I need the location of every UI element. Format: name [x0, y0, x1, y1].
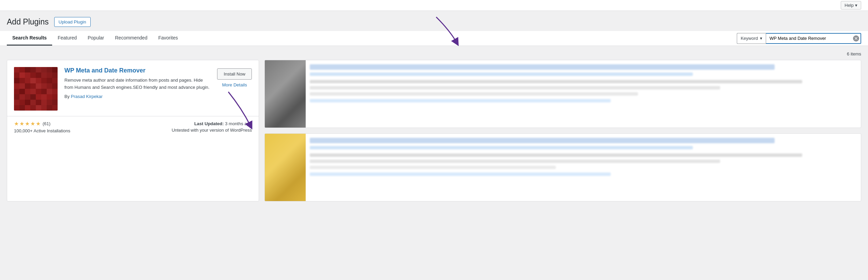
svg-rect-8	[52, 67, 58, 72]
help-label: Help	[844, 3, 854, 8]
keyword-select[interactable]: Keyword ▾	[737, 33, 766, 44]
plugin-meta-left: ★ ★ ★ ★ ★ (61) 100,000+ Active Installat…	[14, 120, 70, 133]
plugin-author-link[interactable]: Prasad Kirpekar	[71, 94, 103, 99]
svg-rect-14	[41, 72, 47, 78]
svg-rect-15	[47, 72, 52, 78]
plugin-actions: Install Now More Details	[217, 67, 252, 87]
plugin-card-top: WP Meta and Date Remover Remove meta aut…	[7, 60, 259, 116]
tab-recommended[interactable]: Recommended	[109, 31, 153, 46]
svg-rect-50	[19, 100, 25, 105]
items-count: 6 items	[7, 51, 861, 56]
side-card-1-thumb-image	[265, 60, 306, 128]
svg-rect-6	[41, 67, 47, 72]
svg-rect-54	[41, 100, 47, 105]
tabs-bar: Search Results Featured Popular Recommen…	[0, 31, 868, 46]
svg-rect-2	[19, 67, 25, 72]
svg-rect-37	[36, 89, 41, 94]
side-card-2-link-blur	[310, 172, 611, 176]
svg-rect-47	[47, 94, 52, 100]
svg-rect-57	[14, 105, 19, 111]
last-updated-value: 3 months ago	[225, 121, 252, 126]
main-content: 6 items	[0, 46, 868, 207]
page-header: Add Plugins Upload Plugin	[0, 11, 868, 27]
svg-rect-17	[14, 78, 19, 83]
svg-rect-34	[19, 89, 25, 94]
upload-plugin-button[interactable]: Upload Plugin	[54, 17, 91, 27]
tabs-nav: Search Results Featured Popular Recommen…	[7, 31, 183, 46]
svg-rect-4	[30, 67, 36, 72]
svg-rect-41	[14, 94, 19, 100]
side-card-1-thumb	[265, 60, 306, 128]
side-card-1-subtitle-blur	[310, 72, 693, 76]
side-card-2-desc-1-blur	[310, 153, 802, 157]
svg-rect-52	[30, 100, 36, 105]
side-card-1-title-blur	[310, 64, 775, 70]
svg-rect-13	[36, 72, 41, 78]
featured-plugin-card: WP Meta and Date Remover Remove meta aut…	[7, 60, 259, 201]
svg-rect-64	[52, 105, 58, 111]
plugin-meta-right: Last Updated: 3 months ago Untested with…	[172, 121, 252, 133]
svg-rect-1	[14, 67, 19, 72]
tab-search-results[interactable]: Search Results	[7, 31, 52, 46]
help-chevron-icon: ▾	[855, 3, 857, 8]
svg-rect-43	[25, 94, 30, 100]
star-4: ★	[30, 120, 35, 127]
svg-rect-29	[36, 83, 41, 89]
active-installs: 100,000+ Active Installations	[14, 128, 70, 133]
svg-rect-44	[30, 94, 36, 100]
side-card-2-desc-3-blur	[310, 166, 556, 169]
install-now-button[interactable]: Install Now	[217, 68, 252, 80]
tab-featured[interactable]: Featured	[52, 31, 82, 46]
svg-rect-63	[47, 105, 52, 111]
svg-rect-42	[19, 94, 25, 100]
plugin-name[interactable]: WP Meta and Date Remover	[64, 67, 210, 74]
more-details-link[interactable]: More Details	[222, 82, 247, 87]
keyword-chevron-icon: ▾	[760, 36, 762, 41]
star-3: ★	[25, 120, 30, 127]
svg-rect-40	[52, 89, 58, 94]
plugin-author: By Prasad Kirpekar	[64, 94, 210, 99]
svg-rect-61	[36, 105, 41, 111]
stars: ★ ★ ★ ★ ★	[14, 120, 41, 127]
tab-popular[interactable]: Popular	[82, 31, 109, 46]
svg-rect-36	[30, 89, 36, 94]
svg-rect-56	[52, 100, 58, 105]
svg-rect-48	[52, 94, 58, 100]
compat-note: Untested with your version of WordPress	[172, 128, 252, 133]
svg-rect-38	[41, 89, 47, 94]
svg-rect-27	[25, 83, 30, 89]
svg-rect-22	[41, 78, 47, 83]
side-card-1	[264, 60, 861, 128]
svg-rect-11	[25, 72, 30, 78]
svg-rect-23	[47, 78, 52, 83]
svg-rect-55	[47, 100, 52, 105]
svg-rect-51	[25, 100, 30, 105]
svg-rect-12	[30, 72, 36, 78]
side-card-2-title-blur	[310, 138, 775, 143]
rating-count: (61)	[43, 121, 50, 126]
svg-rect-3	[25, 67, 30, 72]
keyword-label: Keyword	[741, 36, 758, 41]
svg-rect-16	[52, 72, 58, 78]
plugin-info: WP Meta and Date Remover Remove meta aut…	[64, 67, 210, 99]
tab-favorites[interactable]: Favorites	[153, 31, 183, 46]
svg-rect-21	[36, 78, 41, 83]
plugin-search-input[interactable]	[766, 33, 861, 44]
svg-rect-60	[30, 105, 36, 111]
svg-rect-25	[14, 83, 19, 89]
plugin-grid: WP Meta and Date Remover Remove meta aut…	[7, 60, 861, 201]
side-card-2-thumb	[265, 134, 306, 201]
svg-rect-53	[36, 100, 41, 105]
side-card-1-desc-2-blur	[310, 86, 720, 89]
side-card-1-link-blur	[310, 99, 611, 102]
star-1: ★	[14, 120, 19, 127]
svg-rect-10	[19, 72, 25, 78]
svg-rect-39	[47, 89, 52, 94]
svg-rect-20	[30, 78, 36, 83]
help-button[interactable]: Help ▾	[841, 1, 861, 10]
clear-search-button[interactable]: ✕	[853, 35, 859, 42]
svg-rect-59	[25, 105, 30, 111]
svg-rect-19	[25, 78, 30, 83]
svg-rect-28	[30, 83, 36, 89]
plugin-card-bottom: ★ ★ ★ ★ ★ (61) 100,000+ Active Installat…	[7, 116, 259, 137]
